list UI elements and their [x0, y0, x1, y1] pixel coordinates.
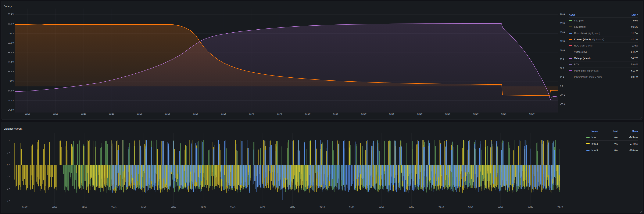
svg-text:55.6 V: 55.6 V: [8, 51, 14, 54]
legend-series-label: Voltage (shunt): [574, 57, 590, 59]
svg-text:01:05: 01:05: [53, 113, 58, 115]
legend-col-name[interactable]: Name: [569, 14, 575, 16]
svg-text:55.2 V: 55.2 V: [8, 70, 14, 73]
legend-row[interactable]: bms 30 A-220 mA: [586, 147, 638, 153]
series-color-swatch: [569, 20, 572, 21]
legend-last-value: -11.2 A: [631, 32, 638, 34]
legend-col-mean[interactable]: Mean: [618, 130, 638, 132]
svg-text:01:40: 01:40: [249, 113, 254, 115]
legend-series-label: Power (inv): [574, 70, 586, 72]
svg-text:01:05: 01:05: [52, 206, 57, 208]
legend-last-value: 0 A: [604, 149, 618, 151]
legend-series-label: Current (inv): [574, 32, 587, 34]
svg-text:01:45: 01:45: [277, 113, 282, 115]
legend-mean-value: -245 mA: [618, 136, 638, 138]
series-color-swatch: [569, 70, 572, 71]
legend-series-label: RCV: [574, 63, 579, 66]
svg-text:02:15: 02:15: [468, 206, 474, 208]
legend-last-value: 99.5%: [631, 26, 638, 28]
svg-text:01:35: 01:35: [221, 113, 226, 115]
svg-text:200 A: 200 A: [560, 13, 566, 15]
series-color-swatch: [586, 143, 590, 144]
legend-last-value: 54.7 V: [631, 57, 638, 59]
legend-row[interactable]: Power (shunt)(right y-axis)-608 W: [569, 74, 638, 80]
svg-text:02:25: 02:25: [528, 206, 533, 208]
legend-row[interactable]: RCV53.8 V: [569, 61, 638, 68]
series-color-swatch: [569, 45, 572, 46]
legend-row[interactable]: bms 10 A-245 mA: [586, 134, 638, 140]
svg-text:01:35: 01:35: [230, 206, 236, 208]
legend-row[interactable]: Current (shunt)(right y-axis)-11.1 A: [569, 36, 638, 43]
legend-series-label: Power (shunt): [574, 76, 588, 78]
legend-row[interactable]: bms 20 A-274 mA: [586, 140, 638, 147]
series-color-swatch: [569, 52, 572, 53]
svg-text:-2 A: -2 A: [6, 188, 10, 190]
legend-row[interactable]: SoC (shunt)99.5%: [569, 24, 638, 30]
svg-text:1 A: 1 A: [7, 152, 10, 154]
legend-row[interactable]: Voltage (shunt)54.7 V: [569, 55, 638, 61]
svg-text:01:00: 01:00: [25, 113, 30, 115]
svg-text:25 A: 25 A: [560, 76, 564, 78]
svg-text:56 V: 56 V: [10, 32, 14, 35]
svg-text:54.4 V: 54.4 V: [8, 109, 14, 111]
legend-axis-note: (right y-axis): [588, 32, 600, 34]
svg-text:02:25: 02:25: [501, 113, 507, 115]
legend-col-last[interactable]: Last: [604, 130, 618, 132]
legend-last-value: 53.8 V: [631, 63, 638, 66]
battery-legend: NameLast *SoC (inv)99%SoC (shunt)99.5%Cu…: [569, 13, 638, 80]
svg-text:01:55: 01:55: [333, 113, 338, 115]
svg-text:02:05: 02:05: [389, 113, 394, 115]
legend-col-last[interactable]: Last *: [632, 14, 638, 16]
svg-text:02:10: 02:10: [417, 113, 422, 115]
svg-text:0 A: 0 A: [560, 85, 563, 87]
legend-header: NameLastMean: [586, 129, 638, 134]
series-color-swatch: [586, 137, 590, 138]
svg-text:-50 A: -50 A: [560, 103, 565, 105]
legend-row[interactable]: Power (inv)(right y-axis)-610 W: [569, 68, 638, 74]
legend-series-label: bms 2: [592, 143, 598, 145]
panel-balance: Ballance current 2 A1 A0 A-1 A-2 A-3 A01…: [2, 122, 642, 213]
svg-text:01:45: 01:45: [290, 206, 295, 208]
legend-last-value: 0 A: [604, 136, 618, 138]
legend-row[interactable]: SoC (inv)99%: [569, 18, 638, 24]
legend-last-value: 236 A: [632, 45, 638, 47]
legend-header: NameLast *: [569, 13, 638, 18]
svg-text:01:30: 01:30: [200, 206, 206, 208]
svg-text:55.8 V: 55.8 V: [8, 42, 14, 44]
legend-mean-value: -220 mA: [618, 149, 638, 151]
svg-text:56.4 V: 56.4 V: [8, 13, 14, 15]
series-color-swatch: [569, 27, 572, 28]
svg-text:-3 A: -3 A: [6, 199, 10, 202]
legend-series-label: Voltage (inv): [574, 51, 587, 53]
svg-text:01:50: 01:50: [320, 206, 325, 208]
legend-axis-note: (right y-axis): [589, 76, 602, 78]
svg-text:02:15: 02:15: [445, 113, 450, 115]
svg-text:54.6 V: 54.6 V: [8, 99, 14, 102]
svg-text:02:20: 02:20: [473, 113, 479, 115]
svg-text:50 A: 50 A: [560, 67, 564, 69]
series-color-swatch: [569, 39, 572, 40]
svg-text:01:20: 01:20: [141, 206, 146, 208]
svg-text:75 A: 75 A: [560, 58, 564, 60]
legend-series-label: Current (shunt): [574, 38, 590, 41]
legend-last-value: 99%: [633, 20, 638, 22]
svg-text:02:30: 02:30: [529, 113, 534, 115]
legend-row[interactable]: Current (inv)(right y-axis)-11.2 A: [569, 30, 638, 36]
legend-col-name[interactable]: Name: [592, 130, 598, 132]
svg-text:175 A: 175 A: [560, 22, 566, 24]
svg-text:01:00: 01:00: [22, 206, 28, 208]
balance-current-chart[interactable]: 2 A1 A0 A-1 A-2 A-3 A01:0001:0501:1001:1…: [2, 122, 643, 213]
battery-chart[interactable]: 56.4 V56.2 V56 V55.8 V55.6 V55.4 V55.2 V…: [2, 1, 643, 120]
svg-text:01:10: 01:10: [81, 113, 86, 115]
svg-text:0 A: 0 A: [7, 163, 10, 166]
svg-text:01:25: 01:25: [165, 113, 170, 115]
svg-text:01:15: 01:15: [111, 206, 117, 208]
legend-row[interactable]: RCC(right y-axis)236 A: [569, 43, 638, 49]
legend-last-value: 0 A: [604, 143, 618, 145]
legend-series-label: RCC: [574, 45, 579, 47]
legend-row[interactable]: Voltage (inv)54.6 V: [569, 49, 638, 55]
svg-text:01:25: 01:25: [171, 206, 176, 208]
series-color-swatch: [569, 33, 572, 34]
svg-text:125 A: 125 A: [560, 40, 566, 42]
legend-last-value: -608 W: [630, 76, 638, 78]
